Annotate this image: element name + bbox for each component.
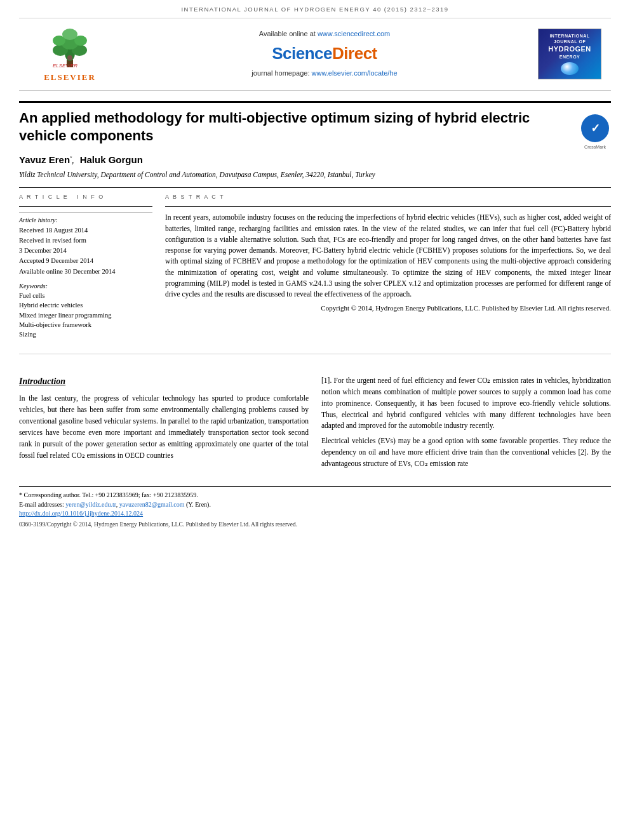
elsevier-logo: ELSEVIER ELSEVIER <box>41 25 98 84</box>
title-text-area: An applied methodology for multi-objecti… <box>19 109 566 145</box>
article-info-abstract-section: A R T I C L E I N F O Article history: R… <box>19 193 611 344</box>
journal-cover-area: International Journal of HYDROGEN ENERGY <box>528 25 611 84</box>
copyright-footer: 0360-3199/Copyright © 2014, Hydrogen Ene… <box>19 521 611 530</box>
intro-text-left: In the last century, the progress of veh… <box>19 393 309 461</box>
intro-text-right: [1]. For the urgent need of fuel efficie… <box>321 375 611 470</box>
crossmark-area: ✓ CrossMark <box>579 112 611 144</box>
svg-point-8 <box>67 55 72 60</box>
keyword-5: Sizing <box>19 330 152 339</box>
abstract-copyright: Copyright © 2014, Hydrogen Energy Public… <box>165 303 611 314</box>
homepage-link[interactable]: www.elsevier.com/locate/he <box>312 69 398 77</box>
sciencedirect-orange: Direct <box>332 44 377 63</box>
elsevier-tree-icon: ELSEVIER <box>41 25 98 69</box>
banner-center: Available online at www.sciencedirect.co… <box>121 25 528 84</box>
introduction-title: Introduction <box>19 375 309 388</box>
banner-section: ELSEVIER ELSEVIER Available online at ww… <box>19 18 611 91</box>
title-section: An applied methodology for multi-objecti… <box>19 109 611 145</box>
received2: Received in revised form <box>19 236 152 245</box>
keyword-4: Multi-objective framework <box>19 320 152 330</box>
doi-link[interactable]: http://dx.doi.org/10.1016/j.ijhydene.201… <box>19 509 611 519</box>
intro-right: [1]. For the urgent need of fuel efficie… <box>321 375 611 474</box>
footnote-area: * Corresponding author. Tel.: +90 212383… <box>19 486 611 530</box>
intro-two-col: Introduction In the last century, the pr… <box>19 375 611 474</box>
accepted: Accepted 9 December 2014 <box>19 256 152 265</box>
received2-date: 3 December 2014 <box>19 246 152 255</box>
sciencedirect-blue: Science <box>272 44 332 63</box>
svg-text:ELSEVIER: ELSEVIER <box>53 63 77 69</box>
body-content: Introduction In the last century, the pr… <box>19 364 611 474</box>
article-history: Article history: Received 18 August 2014… <box>19 212 152 276</box>
footnote-email: E-mail addresses: yeren@yildiz.edu.tr, y… <box>19 500 611 509</box>
keywords-title: Keywords: <box>19 281 152 291</box>
svg-text:✓: ✓ <box>591 122 600 135</box>
intro-left: Introduction In the last century, the pr… <box>19 375 309 474</box>
article-info-col: A R T I C L E I N F O Article history: R… <box>19 193 152 344</box>
journal-header: International Journal of Hydrogen Energy… <box>0 0 630 18</box>
available-online-text: Available online at www.sciencedirect.co… <box>259 29 390 39</box>
elsevier-logo-area: ELSEVIER ELSEVIER <box>19 25 121 84</box>
svg-point-7 <box>62 29 77 40</box>
keyword-2: Hybrid electric vehicles <box>19 300 152 310</box>
abstract-col: A B S T R A C T In recent years, automob… <box>165 193 611 344</box>
article-title: An applied methodology for multi-objecti… <box>19 109 566 145</box>
thin-line-abstract <box>165 206 611 207</box>
available-online: Available online 30 December 2014 <box>19 267 152 276</box>
author-haluk: Haluk Gorgun <box>80 154 143 165</box>
journal-cover-title: International Journal of HYDROGEN ENERGY <box>542 33 597 60</box>
keywords-group: Keywords: Fuel cells Hybrid electric veh… <box>19 281 152 339</box>
received1: Received 18 August 2014 <box>19 225 152 235</box>
crossmark-svg: ✓ <box>581 114 609 142</box>
email-link-1[interactable]: yeren@yildiz.edu.tr <box>65 501 116 508</box>
journal-homepage: journal homepage: www.elsevier.com/locat… <box>251 69 397 79</box>
sciencedirect-logo: ScienceDirect <box>272 42 377 66</box>
thin-line-1 <box>19 187 611 188</box>
keyword-1: Fuel cells <box>19 291 152 300</box>
affiliation: Yildiz Technical University, Department … <box>19 170 611 180</box>
email-link-2[interactable]: yavuzeren82@gmail.com <box>119 501 185 508</box>
author-yavuz: Yavuz Eren <box>19 154 70 165</box>
footnote-corresponding: * Corresponding author. Tel.: +90 212383… <box>19 490 611 500</box>
authors-line: Yavuz Eren*, Haluk Gorgun <box>19 153 611 167</box>
journal-cover: International Journal of HYDROGEN ENERGY <box>538 29 601 79</box>
journal-cover-circle-icon <box>561 62 579 75</box>
section-divider <box>19 354 611 354</box>
keyword-3: Mixed integer linear programming <box>19 310 152 320</box>
elsevier-text: ELSEVIER <box>44 72 96 84</box>
crossmark-icon: ✓ CrossMark <box>581 114 609 142</box>
sciencedirect-link[interactable]: www.sciencedirect.com <box>318 30 390 37</box>
abstract-label: A B S T R A C T <box>165 193 611 201</box>
article-info-label: A R T I C L E I N F O <box>19 193 152 201</box>
black-divider <box>19 101 611 103</box>
main-content: An applied methodology for multi-objecti… <box>19 91 611 355</box>
abstract-text: In recent years, automobile industry foc… <box>165 212 611 300</box>
history-label: Article history: <box>19 216 152 225</box>
thin-line-info <box>19 206 152 207</box>
